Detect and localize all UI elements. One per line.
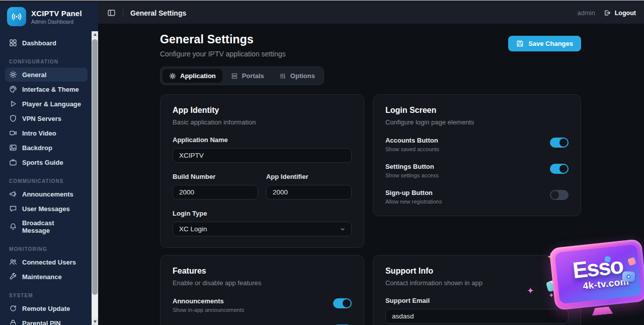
page-title: General Settings [160, 33, 286, 46]
megaphone-icon [9, 190, 17, 198]
announcements-toggle[interactable] [333, 298, 352, 308]
section-header-monitoring: MONITORING [9, 246, 92, 252]
build-number-label: Build Number [173, 173, 258, 180]
sidebar-item-user-messages[interactable]: User Messages [5, 202, 88, 216]
app-identifier-input[interactable] [266, 185, 352, 200]
logout-button[interactable]: Logout [603, 9, 636, 17]
login-type-select[interactable]: XC Login [173, 222, 352, 236]
card-title: Features [173, 267, 352, 276]
sidebar-item-parental-pin[interactable]: Parental PIN [5, 316, 88, 325]
video-camera-icon [9, 129, 17, 137]
card-subtitle: Basic application information [173, 118, 352, 126]
settings-tabs: Application Portals Options [160, 67, 324, 85]
sidebar-item-broadcast-message[interactable]: Broadcast Message [5, 216, 88, 237]
palette-icon [9, 85, 17, 93]
toggle-row-announcements: Announcements Show in-app announcements [173, 297, 352, 313]
app-identifier-label: App Identifier [266, 173, 352, 180]
sidebar: XCIPTV Panel Admin Dashboard Dashboard C… [0, 2, 98, 325]
brand-subtitle: Admin Dashboard [31, 19, 82, 25]
scroll-down-icon[interactable] [92, 318, 98, 325]
card-subtitle: Contact information shown in app [385, 279, 569, 287]
shield-icon [9, 114, 17, 122]
card-subtitle: Configure login page elements [385, 118, 569, 126]
brand-title: XCIPTV Panel [31, 9, 82, 18]
signup-button-toggle[interactable] [550, 190, 569, 200]
toggle-row-settings-button: Settings Button Show settings access [385, 163, 569, 178]
tv-icon [9, 158, 17, 166]
dashboard-icon [9, 39, 17, 47]
panel-left-icon [107, 9, 116, 17]
toggle-row-signup-button: Sign-up Button Allow new registrations [385, 189, 569, 205]
bell-icon [9, 223, 17, 231]
sidebar-collapse-button[interactable] [107, 9, 116, 17]
gear-icon [169, 73, 176, 80]
sidebar-item-vpn-servers[interactable]: VPN Servers [5, 111, 88, 125]
chevron-down-icon [340, 226, 346, 232]
gear-icon [9, 71, 17, 79]
sidebar-item-connected-users[interactable]: Connected Users [5, 255, 88, 269]
topbar-divider [123, 9, 123, 17]
application-name-label: Application Name [173, 136, 352, 144]
settings-button-toggle[interactable] [550, 164, 569, 174]
build-number-input[interactable] [173, 185, 258, 200]
application-name-input[interactable] [173, 148, 352, 163]
tab-portals[interactable]: Portals [224, 69, 271, 83]
login-type-label: Login Type [173, 210, 352, 217]
sidebar-item-announcements[interactable]: Announcements [5, 187, 88, 201]
brand: XCIPTV Panel Admin Dashboard [0, 2, 98, 31]
sidebar-item-remote-update[interactable]: Remote Update [5, 301, 88, 315]
sliders-icon [279, 73, 286, 80]
card-title: App Identity [173, 106, 352, 115]
card-login-screen: Login Screen Configure login page elemen… [373, 94, 581, 216]
scrollbar-thumb[interactable] [92, 39, 98, 295]
page-subtitle: Configure your IPTV application settings [160, 50, 286, 58]
support-email-label: Support Email [385, 297, 569, 304]
tab-application[interactable]: Application [163, 69, 222, 83]
sidebar-nav: Dashboard CONFIGURATION General Interfac… [0, 31, 92, 325]
sidebar-item-player-language[interactable]: Player & Language [5, 97, 88, 111]
chat-bubble-icon [9, 205, 17, 213]
sidebar-item-interface-theme[interactable]: Interface & Theme [5, 82, 88, 96]
refresh-icon [9, 304, 17, 312]
portals-icon [231, 73, 238, 80]
sidebar-scrollbar[interactable] [92, 31, 98, 325]
sidebar-item-maintenance[interactable]: Maintenance [5, 270, 88, 284]
topbar: General Settings admin Logout [98, 2, 644, 24]
sidebar-item-backdrop[interactable]: Backdrop [5, 141, 88, 155]
card-title: Login Screen [385, 106, 569, 115]
save-changes-button[interactable]: Save Changes [508, 36, 581, 51]
card-support-info: Support Info Contact information shown i… [373, 255, 581, 325]
tab-options[interactable]: Options [273, 69, 321, 83]
wrench-icon [9, 273, 17, 281]
image-icon [9, 144, 17, 152]
users-icon [9, 258, 17, 266]
section-header-configuration: CONFIGURATION [9, 59, 92, 64]
sidebar-item-intro-video[interactable]: Intro Video [5, 126, 88, 140]
section-header-communications: COMMUNICATIONS [9, 178, 92, 184]
play-icon [9, 100, 17, 108]
accounts-button-toggle[interactable] [550, 138, 569, 148]
sidebar-item-sports-guide[interactable]: Sports Guide [5, 155, 88, 169]
card-app-identity: App Identity Basic application informati… [160, 94, 364, 248]
username-label: admin [577, 9, 595, 17]
scroll-up-icon[interactable] [92, 31, 98, 38]
logout-icon [603, 9, 611, 17]
save-icon [516, 40, 524, 47]
broadcast-logo-icon [7, 7, 26, 26]
sidebar-item-general[interactable]: General [5, 68, 88, 82]
main-content: General Settings Configure your IPTV app… [98, 24, 644, 325]
card-subtitle: Enable or disable app features [173, 279, 352, 287]
section-header-system: SYSTEM [9, 293, 92, 298]
topbar-page-title: General Settings [130, 9, 186, 17]
support-email-input[interactable] [385, 309, 569, 323]
card-features: Features Enable or disable app features … [160, 255, 364, 325]
toggle-row-accounts-button: Accounts Button Show saved accounts [385, 137, 569, 152]
sidebar-item-dashboard[interactable]: Dashboard [5, 36, 88, 50]
lock-icon [9, 319, 17, 325]
card-title: Support Info [385, 267, 569, 276]
